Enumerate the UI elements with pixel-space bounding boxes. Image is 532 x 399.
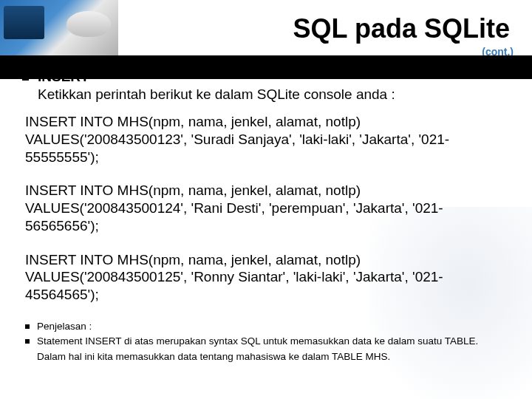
- bullet-icon: [25, 324, 30, 329]
- bullet-icon: [22, 74, 29, 81]
- slide-title: SQL pada SQLite: [293, 13, 510, 44]
- sql-line: INSERT INTO MHS(npm, nama, jenkel, alama…: [25, 182, 510, 200]
- slide-header: SQL pada SQLite (cont.): [0, 0, 532, 66]
- sql-line: 56565656');: [25, 217, 510, 235]
- slide-content: INSERT Ketikkan perintah berikut ke dala…: [0, 63, 532, 369]
- sql-line: 55555555');: [25, 149, 510, 166]
- sql-statement-2: INSERT INTO MHS(npm, nama, jenkel, alama…: [25, 182, 510, 234]
- sql-line: INSERT INTO MHS(npm, nama, jenkel, alama…: [25, 251, 510, 269]
- insert-subtext: Ketikkan perintah berikut ke dalam SQLit…: [38, 86, 510, 103]
- sql-statement-1: INSERT INTO MHS(npm, nama, jenkel, alama…: [25, 113, 510, 166]
- sql-line: VALUES('200843500125', 'Ronny Siantar', …: [25, 268, 510, 286]
- explanation-line-1-row: Statement INSERT di atas merupakan synta…: [25, 335, 510, 348]
- sql-line: INSERT INTO MHS(npm, nama, jenkel, alama…: [25, 113, 510, 131]
- explanation-label-row: Penjelasan :: [25, 320, 510, 333]
- explanation-line-1: Statement INSERT di atas merupakan synta…: [37, 335, 478, 348]
- explanation-line-2: Dalam hal ini kita memasukkan data tenta…: [37, 351, 510, 362]
- sql-line: VALUES('200843500124', 'Rani Desti', 'pe…: [25, 200, 510, 217]
- bullet-icon: [25, 339, 30, 344]
- insert-heading: INSERT: [38, 69, 89, 85]
- sql-statement-3: INSERT INTO MHS(npm, nama, jenkel, alama…: [25, 251, 510, 304]
- header-graphic: [0, 0, 118, 55]
- sql-line: 45564565');: [25, 286, 510, 304]
- insert-bullet: INSERT: [22, 69, 510, 85]
- sql-line: VALUES('200843500123', 'Suradi Sanjaya',…: [25, 131, 510, 149]
- explanation-label: Penjelasan :: [37, 320, 92, 333]
